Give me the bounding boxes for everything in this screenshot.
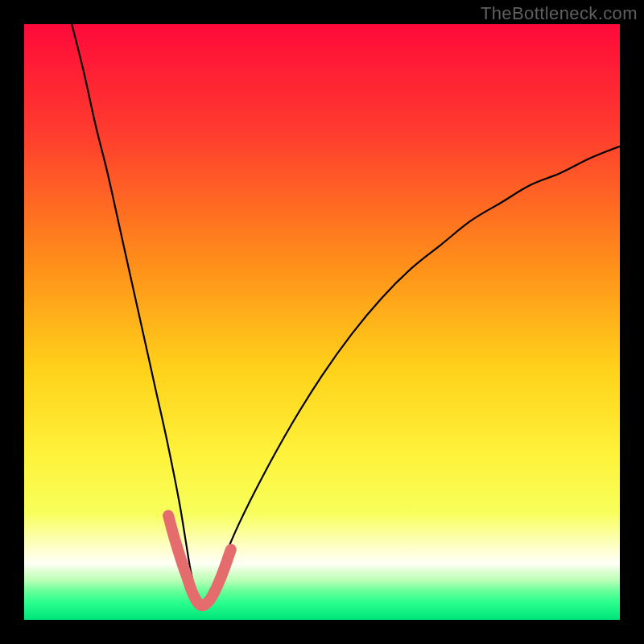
plot-area — [24, 24, 620, 620]
chart-frame: TheBottleneck.com — [0, 0, 644, 644]
watermark-text: TheBottleneck.com — [481, 3, 638, 24]
chart-background — [24, 24, 620, 620]
chart-svg — [24, 24, 620, 620]
